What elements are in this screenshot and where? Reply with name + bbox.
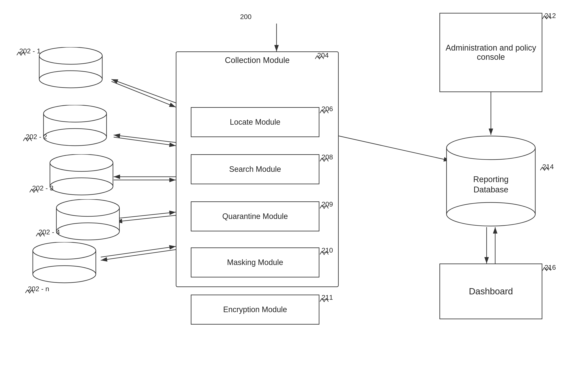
search-module-box: Search Module [191,154,319,184]
collection-module-title: Collection Module [176,56,339,65]
masking-module-box: Masking Module [191,248,319,277]
svg-point-20 [447,136,535,160]
svg-line-8 [116,212,176,219]
admin-console-label: Administration and policy console [440,43,542,62]
locate-module-label: Locate Module [230,118,280,127]
datasource-2-cylinder [43,105,107,149]
svg-text:Database: Database [473,185,508,194]
svg-line-11 [101,250,176,260]
encryption-module-label: Encryption Module [223,305,287,314]
datasource-n-cylinder [32,242,96,286]
svg-point-37 [50,154,113,171]
svg-point-46 [33,266,96,283]
datasource-4-cylinder [56,199,120,243]
dashboard-box: Dashboard [439,263,542,319]
quarantine-module-box: Quarantine Module [191,201,319,231]
svg-point-41 [56,223,119,240]
datasource-1-cylinder [39,47,103,91]
svg-point-27 [39,47,102,64]
encryption-module-box: Encryption Module [191,295,319,324]
svg-point-32 [43,105,107,122]
svg-line-3 [111,79,176,103]
svg-line-2 [111,81,176,107]
locate-module-box: Locate Module [191,107,319,137]
svg-line-10 [101,246,176,257]
svg-text:Reporting: Reporting [473,175,509,184]
svg-point-36 [50,178,113,195]
datasource-3-cylinder [49,154,114,198]
diagram-container: 200 Collection Module 204 Locate Module … [0,0,588,376]
ref-200: 200 [240,13,251,21]
svg-point-31 [43,128,107,146]
svg-line-12 [334,135,450,161]
svg-line-9 [116,215,176,222]
search-module-label: Search Module [229,165,281,174]
dashboard-label: Dashboard [469,286,513,296]
svg-point-19 [447,202,535,226]
masking-module-label: Masking Module [227,258,283,267]
reporting-db-cylinder: Reporting Database [446,133,536,228]
svg-point-26 [39,71,102,88]
admin-console-box: Administration and policy console [439,13,542,92]
svg-point-42 [56,199,119,216]
svg-point-47 [33,242,96,259]
quarantine-module-label: Quarantine Module [222,212,288,221]
svg-line-4 [114,137,176,146]
svg-line-5 [114,135,176,143]
